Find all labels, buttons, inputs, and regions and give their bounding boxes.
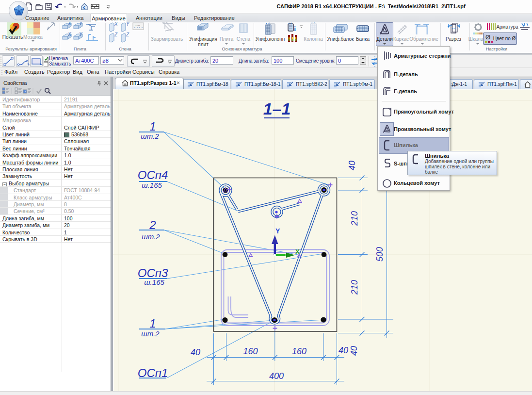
svg-text:Ø: Ø <box>485 33 490 41</box>
svg-text:210: 210 <box>350 211 359 226</box>
svg-text:Z: Z <box>126 32 129 37</box>
svg-text:1: 1 <box>149 120 156 133</box>
svg-text:2: 2 <box>149 218 156 231</box>
svg-text:160: 160 <box>292 346 306 356</box>
svg-text:40: 40 <box>349 346 359 356</box>
svg-text:i: i <box>294 25 296 33</box>
svg-text:Z: Z <box>114 32 118 37</box>
svg-text:ОСп4: ОСп4 <box>138 168 168 181</box>
svg-text:40: 40 <box>191 347 200 357</box>
svg-text:400: 400 <box>269 371 284 381</box>
svg-text:ОСп3: ОСп3 <box>138 266 168 280</box>
svg-text:ОСп1: ОСп1 <box>138 366 168 379</box>
svg-text:500: 500 <box>375 247 385 262</box>
svg-text:ш.165: ш.165 <box>144 278 164 286</box>
svg-text:X: X <box>67 22 71 26</box>
svg-text:1–1: 1–1 <box>263 99 291 118</box>
svg-text:160: 160 <box>243 346 258 356</box>
svg-text:210: 210 <box>350 280 359 295</box>
svg-text:X: X <box>114 22 118 27</box>
svg-text:шт.2: шт.2 <box>142 232 160 241</box>
svg-text:Y: Y <box>126 22 130 27</box>
svg-text:шт.2: шт.2 <box>141 132 159 140</box>
svg-text:40: 40 <box>339 346 348 355</box>
svg-text:40: 40 <box>347 161 357 170</box>
svg-text:1: 1 <box>149 317 156 330</box>
svg-text:max: max <box>135 24 140 27</box>
svg-text:X: X <box>67 32 71 37</box>
svg-text:шт.2: шт.2 <box>141 329 160 338</box>
svg-text:ш.165: ш.165 <box>142 181 162 189</box>
